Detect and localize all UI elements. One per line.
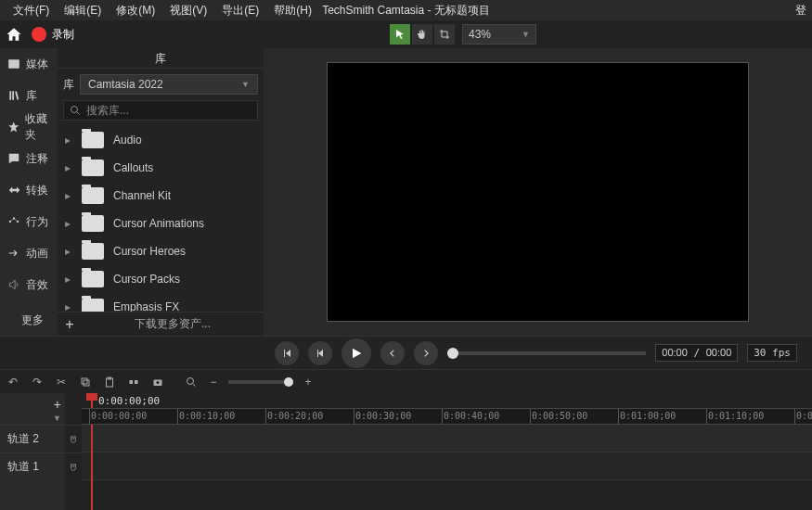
- playhead-timecode: 0:00:00;00: [82, 393, 812, 408]
- menu-help[interactable]: 帮助(H): [266, 3, 319, 19]
- menu-bar: 文件(F) 编辑(E) 修改(M) 视图(V) 导出(E) 帮助(H) Tech…: [0, 0, 812, 20]
- folder-icon: [82, 215, 104, 232]
- menu-edit[interactable]: 编辑(E): [57, 3, 109, 19]
- chevron-down-icon: ▼: [241, 80, 250, 89]
- play-button[interactable]: [342, 338, 371, 368]
- track-magnet-1[interactable]: [65, 453, 82, 480]
- library-folder-list: ▸Audio ▸Callouts ▸Channel Kit ▸Cursor An…: [58, 126, 264, 312]
- screenshot-button[interactable]: [150, 375, 165, 389]
- redo-button[interactable]: ↷: [30, 375, 45, 389]
- menu-export[interactable]: 导出(E): [214, 3, 266, 19]
- folder-icon: [82, 132, 104, 148]
- track-magnet-2[interactable]: [65, 425, 82, 453]
- svg-rect-0: [8, 59, 19, 68]
- cut-button[interactable]: ✂: [54, 375, 69, 389]
- prev-clip-button[interactable]: [275, 341, 299, 365]
- pan-tool[interactable]: [412, 24, 432, 45]
- login-button[interactable]: 登: [795, 3, 806, 19]
- zoom-in-button[interactable]: +: [301, 375, 316, 389]
- home-icon[interactable]: [6, 26, 22, 43]
- fps-display: 30 fps: [747, 344, 797, 362]
- tab-animations[interactable]: 动画: [0, 237, 58, 269]
- svg-point-12: [157, 381, 160, 384]
- folder-icon: [82, 159, 104, 176]
- tab-audio-fx[interactable]: 音效: [0, 269, 58, 300]
- select-tool[interactable]: [390, 24, 410, 45]
- playback-bar: 00:00 / 00:00 30 fps: [0, 336, 812, 369]
- library-panel: 库 库 Camtasia 2022 ▼ 搜索库... ▸Audio ▸Callo…: [58, 48, 264, 336]
- folder-cursor-animations[interactable]: ▸Cursor Animations: [58, 210, 264, 237]
- paste-button[interactable]: [102, 375, 117, 389]
- canvas-area: [264, 48, 812, 336]
- svg-rect-10: [135, 380, 138, 384]
- add-library-button[interactable]: +: [58, 316, 82, 333]
- collapse-tracks-button[interactable]: ▼: [53, 414, 61, 423]
- record-button[interactable]: 录制: [52, 27, 74, 43]
- side-tabs: 媒体 库 收藏夹 注释 转换 行为 动画 音效 更多: [0, 48, 58, 336]
- next-clip-button[interactable]: [414, 341, 438, 365]
- timeline-zoom-slider[interactable]: [228, 380, 293, 384]
- folder-audio[interactable]: ▸Audio: [58, 126, 264, 154]
- zoom-select[interactable]: 43% ▼: [462, 24, 536, 45]
- folder-icon: [82, 271, 104, 287]
- track-1[interactable]: [82, 453, 812, 480]
- scrubber-knob[interactable]: [447, 348, 458, 359]
- playback-scrubber[interactable]: [447, 351, 646, 355]
- folder-emphasis-fx[interactable]: ▸Emphasis FX: [58, 293, 264, 312]
- toolbar: 录制 43% ▼: [0, 20, 812, 48]
- zoom-value: 43%: [469, 28, 491, 41]
- add-track-button[interactable]: +: [54, 397, 61, 412]
- folder-channel-kit[interactable]: ▸Channel Kit: [58, 182, 264, 210]
- svg-point-13: [187, 377, 194, 384]
- folder-cursor-packs[interactable]: ▸Cursor Packs: [58, 265, 264, 293]
- folder-icon: [82, 187, 104, 204]
- track-label-2[interactable]: 轨道 2: [0, 425, 65, 453]
- tab-media[interactable]: 媒体: [0, 48, 58, 80]
- library-header: 库: [58, 48, 264, 69]
- zoom-fit-button[interactable]: [184, 375, 199, 389]
- folder-callouts[interactable]: ▸Callouts: [58, 154, 264, 182]
- record-icon[interactable]: [32, 27, 46, 42]
- timeline-toolbar: ↶ ↷ ✂ − +: [0, 369, 812, 393]
- folder-icon: [82, 299, 104, 312]
- crop-tool[interactable]: [434, 24, 455, 45]
- track-label-1[interactable]: 轨道 1: [0, 453, 65, 480]
- tab-more[interactable]: 更多: [0, 304, 58, 336]
- menu-file[interactable]: 文件(F): [6, 3, 57, 19]
- tab-annotations[interactable]: 注释: [0, 143, 58, 174]
- tab-behaviors[interactable]: 行为: [0, 206, 58, 237]
- undo-button[interactable]: ↶: [6, 375, 20, 389]
- svg-rect-9: [130, 380, 134, 384]
- copy-button[interactable]: [78, 375, 93, 389]
- tab-favorites[interactable]: 收藏夹: [0, 111, 58, 143]
- download-more-link[interactable]: 下载更多资产...: [82, 316, 264, 332]
- chevron-down-icon: ▼: [522, 30, 530, 39]
- zoom-out-button[interactable]: −: [206, 375, 221, 389]
- library-search-input[interactable]: 搜索库...: [63, 100, 258, 121]
- app-title: TechSmith Camtasia - 无标题项目: [322, 3, 490, 19]
- preview-canvas[interactable]: [327, 62, 749, 322]
- step-fwd-button[interactable]: [380, 341, 405, 365]
- track-2[interactable]: [82, 425, 812, 453]
- svg-rect-5: [84, 380, 89, 386]
- menu-modify[interactable]: 修改(M): [109, 3, 162, 19]
- timecode-display: 00:00 / 00:00: [655, 344, 738, 362]
- step-back-button[interactable]: [308, 341, 332, 365]
- svg-point-4: [71, 107, 78, 113]
- folder-icon: [82, 243, 104, 260]
- folder-cursor-heroes[interactable]: ▸Cursor Heroes: [58, 237, 264, 265]
- tab-library[interactable]: 库: [0, 80, 58, 111]
- tab-transitions[interactable]: 转换: [0, 174, 58, 206]
- menu-view[interactable]: 视图(V): [162, 3, 214, 19]
- timeline: + ▼ 轨道 2 轨道 1 0:00:00;00 0:00:00;00 0:00…: [0, 393, 812, 510]
- library-select-label: 库: [63, 77, 74, 93]
- svg-rect-6: [82, 378, 87, 384]
- library-select[interactable]: Camtasia 2022 ▼: [80, 74, 258, 95]
- timeline-ruler[interactable]: 0:00:00;00 0:00:10;00 0:00:20;00 0:00:30…: [82, 408, 812, 425]
- search-icon: [70, 105, 81, 116]
- split-button[interactable]: [126, 375, 141, 389]
- timeline-tracks-area[interactable]: 0:00:00;00 0:00:00;00 0:00:10;00 0:00:20…: [82, 393, 812, 510]
